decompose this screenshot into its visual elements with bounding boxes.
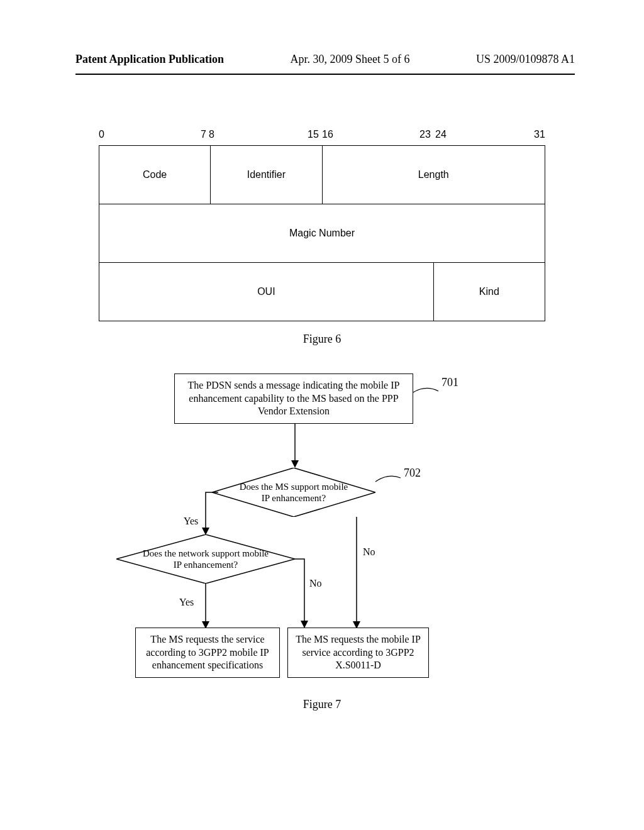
- table-row: Magic Number: [99, 204, 545, 263]
- edge-label-yes-1: Yes: [184, 516, 198, 527]
- publication-label: Patent Application Publication: [75, 53, 224, 66]
- arrow-network-no: [295, 559, 314, 629]
- table-row: OUI Kind: [99, 263, 545, 321]
- header-divider: [75, 74, 575, 75]
- figure-7: The PDSN sends a message indicating the …: [99, 374, 545, 713]
- callout-701: 701: [441, 376, 458, 389]
- decision-network-support: Does the network support mobile IP enhan…: [116, 534, 295, 584]
- publication-number: US 2009/0109878 A1: [476, 53, 575, 66]
- flow-step-701: The PDSN sends a message indicating the …: [174, 374, 413, 424]
- bit-24: 24: [435, 129, 447, 140]
- arrow-network-yes: [201, 584, 210, 629]
- bit-16: 16: [322, 129, 333, 140]
- bit-31: 31: [534, 129, 545, 140]
- field-identifier: Identifier: [211, 146, 322, 204]
- table-row: Code Identifier Length: [99, 146, 545, 204]
- decision-702: Does the MS support mobile IP enhancemen…: [212, 468, 375, 517]
- field-oui: OUI: [99, 263, 434, 321]
- field-code: Code: [99, 146, 211, 204]
- packet-format-table: Code Identifier Length Magic Number OUI …: [99, 145, 545, 321]
- decision-network-text: Does the network support mobile IP enhan…: [116, 534, 295, 584]
- figure-6: 0 7 8 15 16 23 24 31 Code Identifier Len…: [99, 129, 545, 346]
- svg-marker-1: [291, 460, 299, 468]
- result-enhancement: The MS requests the service according to…: [135, 628, 280, 678]
- callout-line-701: [413, 385, 442, 404]
- bit-0: 0: [99, 129, 104, 140]
- result-standard: The MS requests the mobile IP service ac…: [287, 628, 429, 678]
- edge-label-yes-2: Yes: [179, 597, 194, 608]
- figure-7-caption: Figure 7: [99, 698, 545, 711]
- figure-6-caption: Figure 6: [99, 333, 545, 346]
- decision-702-text: Does the MS support mobile IP enhancemen…: [212, 468, 375, 517]
- page-header: Patent Application Publication Apr. 30, …: [0, 0, 644, 71]
- field-magic-number: Magic Number: [99, 204, 545, 263]
- date-sheet: Apr. 30, 2009 Sheet 5 of 6: [291, 53, 410, 66]
- bit-index-labels: 0 7 8 15 16 23 24 31: [99, 129, 545, 145]
- field-kind: Kind: [433, 263, 545, 321]
- bit-7: 7: [201, 129, 206, 140]
- arrow-701-to-702: [291, 424, 299, 469]
- bit-8: 8: [209, 129, 214, 140]
- arrow-702-no: [349, 517, 368, 630]
- callout-line-702: [375, 474, 404, 489]
- bit-23: 23: [419, 129, 431, 140]
- callout-702: 702: [404, 467, 421, 480]
- bit-15: 15: [308, 129, 319, 140]
- field-length: Length: [322, 146, 545, 204]
